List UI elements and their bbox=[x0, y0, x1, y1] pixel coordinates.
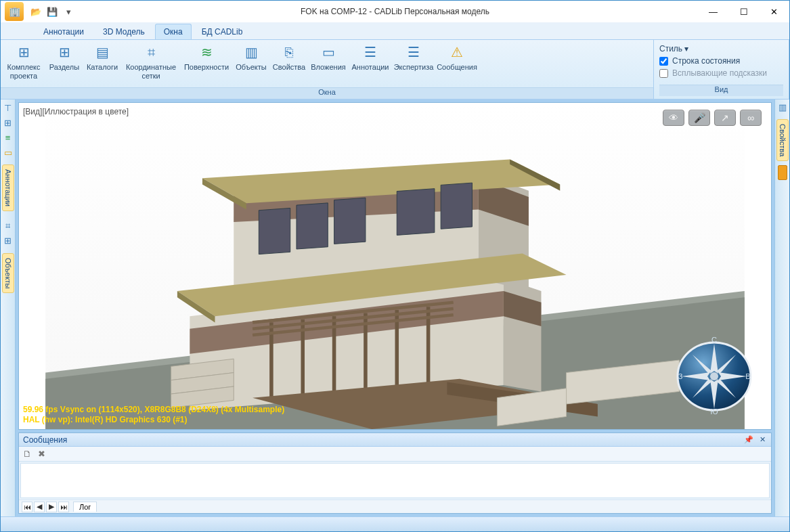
status-bar bbox=[1, 516, 789, 531]
objects-icon: ▥ bbox=[242, 43, 261, 62]
svg-rect-14 bbox=[259, 208, 290, 254]
body-area: ⊤ ⊞ ≡ ▭ Аннотации ⌗ ⊞ Объекты [Вид][Иллю… bbox=[1, 99, 789, 516]
svg-rect-16 bbox=[334, 198, 366, 244]
status-bar-label: Строка состояния bbox=[672, 56, 740, 66]
expertise-icon: ☰ bbox=[404, 43, 423, 62]
maximize-button[interactable]: ☐ bbox=[728, 1, 759, 22]
pin-icon[interactable]: 📌 bbox=[744, 435, 753, 445]
view-mic-button[interactable]: 🎤 bbox=[688, 110, 710, 126]
delete-icon[interactable]: ✖ bbox=[38, 449, 49, 460]
style-dropdown[interactable]: Стиль ▾ bbox=[659, 44, 688, 53]
viewport-overlay: [Вид][Иллюстрация в цвете] bbox=[23, 107, 129, 116]
attachments-icon: ▭ bbox=[319, 43, 338, 62]
svg-text:Ю: Ю bbox=[710, 407, 718, 416]
btn-surfaces[interactable]: ≋Поверхности bbox=[181, 41, 232, 73]
minimize-button[interactable]: — bbox=[698, 1, 728, 22]
bookmark-icon[interactable] bbox=[778, 165, 787, 180]
svg-rect-15 bbox=[297, 203, 328, 249]
log-tab[interactable]: Лог bbox=[73, 502, 97, 512]
window-title: FOK на COMP-12 - CADLib Персональная мод… bbox=[301, 7, 489, 16]
messages-title: Сообщения bbox=[23, 435, 67, 445]
compass[interactable]: С В Ю З bbox=[674, 334, 755, 416]
grid2-icon[interactable]: ⊞ bbox=[3, 236, 14, 246]
app-icon[interactable]: 🏢 bbox=[5, 2, 24, 21]
messages-body[interactable] bbox=[20, 463, 770, 498]
catalog-icon: ▤ bbox=[93, 43, 112, 62]
svg-text:С: С bbox=[711, 336, 717, 344]
svg-rect-18 bbox=[441, 183, 472, 229]
tooltips-label: Всплывающие подсказки bbox=[672, 68, 767, 78]
new-doc-icon[interactable]: 🗋 bbox=[23, 449, 34, 460]
performance-readout: 59.96 fps Vsync on (1114x520), X8R8G8B8 … bbox=[23, 405, 284, 425]
annotations-icon: ☰ bbox=[361, 43, 380, 62]
hash-icon[interactable]: ⌗ bbox=[3, 221, 14, 231]
center-column: [Вид][Иллюстрация в цвете] 👁 🎤 ↗ ∞ 59.96… bbox=[16, 99, 774, 516]
vtab-objects[interactable]: Объекты bbox=[2, 253, 14, 293]
grid-icon: ⊞ bbox=[14, 43, 33, 62]
btn-sections[interactable]: ⊞Разделы bbox=[45, 41, 83, 73]
btn-objects[interactable]: ▥Объекты bbox=[232, 41, 270, 73]
book-icon[interactable]: ▭ bbox=[3, 147, 14, 158]
btn-messages[interactable]: ⚠Сообщения bbox=[435, 41, 479, 73]
vtab-annotations[interactable]: Аннотации bbox=[2, 164, 14, 211]
first-button[interactable]: ⏮ bbox=[22, 502, 32, 512]
open-icon[interactable]: 📂 bbox=[29, 5, 43, 18]
viewport[interactable]: [Вид][Иллюстрация в цвете] 👁 🎤 ↗ ∞ 59.96… bbox=[18, 102, 772, 430]
btn-attachments[interactable]: ▭Вложения bbox=[308, 41, 349, 73]
main-tabs: Аннотации 3D Модель Окна БД CADLib bbox=[1, 22, 789, 40]
crane-icon[interactable]: ⊤ bbox=[3, 102, 14, 113]
ribbon: ⊞Комплекс проекта ⊞Разделы ▤Каталоги ⌗Ко… bbox=[1, 40, 789, 99]
btn-coord-grids[interactable]: ⌗Координатные сетки bbox=[121, 41, 181, 81]
ribbon-group-title-vid: Вид bbox=[659, 85, 783, 96]
title-bar: 🏢 📂 💾 ▾ FOK на COMP-12 - CADLib Персонал… bbox=[1, 1, 789, 22]
btn-properties[interactable]: ⎘Свойства bbox=[270, 41, 308, 73]
view-arrow-button[interactable]: ↗ bbox=[714, 110, 736, 126]
surfaces-icon: ≋ bbox=[197, 43, 216, 62]
checkbox-status-bar[interactable] bbox=[659, 57, 668, 66]
layers-icon[interactable]: ≡ bbox=[3, 132, 14, 143]
properties-icon: ⎘ bbox=[280, 43, 299, 62]
messages-panel: Сообщения 📌 ✕ 🗋 ✖ ⏮ ◀ ▶ ⏭ Лог bbox=[18, 433, 772, 514]
warning-icon: ⚠ bbox=[447, 43, 466, 62]
qat-dropdown-icon[interactable]: ▾ bbox=[62, 5, 75, 18]
app-window: 🏢 📂 💾 ▾ FOK на COMP-12 - CADLib Персонал… bbox=[0, 0, 790, 532]
checkbox-tooltips[interactable] bbox=[659, 69, 668, 78]
save-icon[interactable]: 💾 bbox=[45, 5, 59, 18]
svg-text:З: З bbox=[678, 372, 683, 380]
view-eye-button[interactable]: 👁 bbox=[663, 110, 684, 126]
vtab-properties[interactable]: Свойства bbox=[776, 119, 789, 161]
btn-annotations[interactable]: ☰Аннотации bbox=[349, 41, 392, 73]
next-button[interactable]: ▶ bbox=[46, 502, 57, 512]
right-toolbar: ▥ Свойства bbox=[774, 99, 789, 516]
close-icon[interactable]: ✕ bbox=[758, 435, 767, 445]
tab-db-cadlib[interactable]: БД CADLib bbox=[193, 24, 252, 39]
svg-rect-17 bbox=[397, 189, 435, 236]
view-link-button[interactable]: ∞ bbox=[740, 110, 762, 126]
ribbon-group-title-okna: Окна bbox=[1, 87, 653, 99]
tab-annotations[interactable]: Аннотации bbox=[35, 24, 93, 39]
btn-expertise[interactable]: ☰Экспертиза bbox=[392, 41, 435, 73]
svg-point-46 bbox=[710, 372, 718, 380]
svg-text:В: В bbox=[745, 372, 750, 380]
page-icon[interactable]: ▥ bbox=[778, 102, 787, 112]
left-toolbar: ⊤ ⊞ ≡ ▭ Аннотации ⌗ ⊞ Объекты bbox=[1, 99, 16, 516]
close-button[interactable]: ✕ bbox=[759, 1, 789, 22]
grid-icon[interactable]: ⊞ bbox=[3, 117, 14, 128]
tab-windows[interactable]: Окна bbox=[155, 24, 192, 39]
scene-3d bbox=[19, 103, 771, 429]
btn-complex-project[interactable]: ⊞Комплекс проекта bbox=[2, 41, 45, 81]
tab-3d-model[interactable]: 3D Модель bbox=[94, 24, 154, 39]
grid-icon: ⊞ bbox=[55, 43, 74, 62]
prev-button[interactable]: ◀ bbox=[34, 502, 45, 512]
grid-mesh-icon: ⌗ bbox=[141, 43, 160, 62]
btn-catalogs[interactable]: ▤Каталоги bbox=[83, 41, 121, 73]
last-button[interactable]: ⏭ bbox=[58, 502, 69, 512]
